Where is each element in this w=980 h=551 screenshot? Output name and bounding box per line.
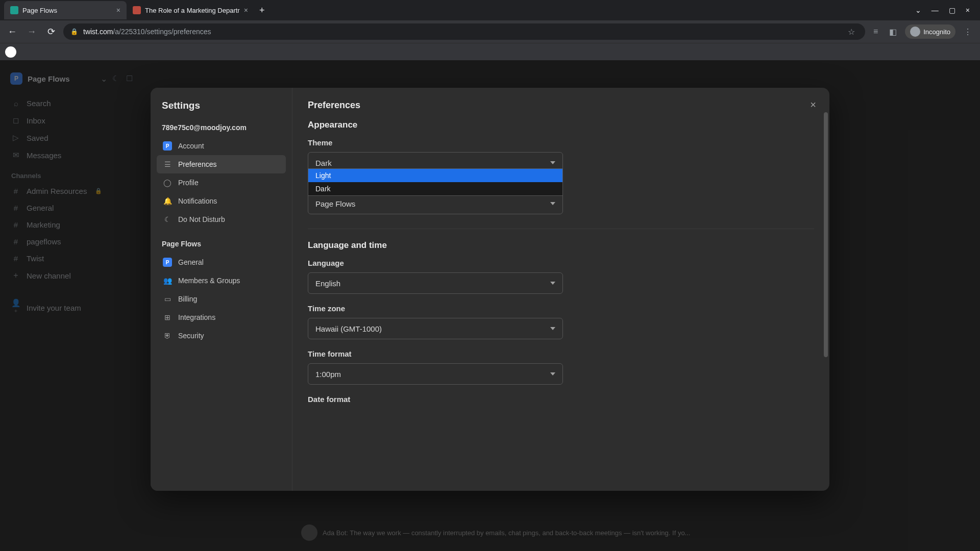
settings-title: Settings (157, 100, 286, 120)
appearance-heading: Appearance (308, 120, 814, 130)
settings-nav-integrations[interactable]: ⊞ Integrations (157, 308, 286, 327)
team-avatar-small: P (163, 258, 172, 267)
tab-bar: Page Flows × The Role of a Marketing Dep… (0, 0, 980, 20)
settings-nav-account[interactable]: P Account (157, 137, 286, 155)
bookmark-star-icon[interactable]: ☆ (845, 27, 858, 37)
incognito-badge[interactable]: Incognito (905, 24, 955, 39)
timeformat-label: Time format (308, 349, 814, 358)
incognito-icon (910, 27, 920, 37)
lock-icon: 🔒 (70, 28, 78, 35)
bot-avatar (301, 524, 317, 541)
preferences-title: Preferences (308, 100, 814, 111)
dateformat-label: Date format (308, 395, 814, 404)
settings-nav-general[interactable]: P General (157, 253, 286, 271)
settings-nav-security[interactable]: ⛨ Security (157, 327, 286, 345)
timeformat-select[interactable]: 1:00pm (308, 363, 563, 385)
maximize-icon[interactable]: ▢ (949, 6, 955, 14)
settings-team-label: Page Flows (157, 229, 286, 253)
app-viewport: P Page Flows ⌄ ☾ ☐ ⌕Search ◻Inbox ▷Saved… (0, 60, 980, 551)
tab-title: Page Flows (22, 7, 112, 14)
tab-close-icon[interactable]: × (244, 6, 248, 14)
close-window-icon[interactable]: × (966, 6, 970, 14)
kebab-menu-icon[interactable]: ⋮ (961, 27, 975, 37)
settings-email: 789e75c0@moodjoy.com (157, 120, 286, 137)
language-label: Language (308, 259, 814, 267)
settings-nav-profile[interactable]: ◯ Profile (157, 173, 286, 192)
theme-option-dark[interactable]: Dark (308, 182, 562, 195)
settings-nav-notifications[interactable]: 🔔 Notifications (157, 192, 286, 210)
settings-nav-billing[interactable]: ▭ Billing (157, 290, 286, 308)
language-select[interactable]: English (308, 272, 563, 294)
moon-icon: ☾ (163, 215, 172, 224)
settings-nav-members[interactable]: 👥 Members & Groups (157, 271, 286, 290)
window-controls: ⌄ — ▢ × (915, 6, 976, 14)
forward-button[interactable]: → (24, 27, 39, 37)
url-text: twist.com/a/225310/settings/preferences (83, 28, 840, 36)
bookmarks-bar (0, 43, 980, 60)
bookmark-google[interactable] (5, 46, 16, 58)
grid-icon: ⊞ (163, 313, 172, 322)
account-avatar: P (163, 141, 172, 151)
bell-icon: 🔔 (163, 196, 172, 206)
side-panel-icon[interactable]: ◧ (886, 27, 900, 37)
tab-title: The Role of a Marketing Departr (145, 7, 240, 14)
card-icon: ▭ (163, 294, 172, 304)
settings-modal: Settings 789e75c0@moodjoy.com P Account … (151, 88, 829, 491)
shield-icon: ⛨ (163, 331, 172, 340)
browser-chrome: Page Flows × The Role of a Marketing Dep… (0, 0, 980, 60)
url-bar: ← → ⟳ 🔒 twist.com/a/225310/settings/pref… (0, 20, 980, 43)
reload-button[interactable]: ⟳ (44, 26, 58, 37)
default-team-select[interactable]: Page Flows (308, 193, 563, 214)
people-icon: 👥 (163, 276, 172, 285)
browser-tab-1[interactable]: Page Flows × (4, 1, 127, 19)
language-time-heading: Language and time (308, 240, 814, 251)
close-modal-button[interactable]: × (810, 99, 816, 111)
settings-nav-preferences[interactable]: ☰ Preferences (157, 155, 286, 173)
scrollbar[interactable] (824, 112, 828, 480)
background-message: Ada Bot: The way we work — constantly in… (301, 524, 690, 541)
theme-label: Theme (308, 138, 814, 147)
favicon (10, 6, 18, 14)
new-tab-button[interactable]: + (254, 5, 270, 16)
reading-list-icon[interactable]: ≡ (870, 27, 881, 36)
favicon (133, 6, 141, 14)
person-icon: ◯ (163, 178, 172, 187)
sliders-icon: ☰ (163, 160, 172, 169)
address-bar[interactable]: 🔒 twist.com/a/225310/settings/preference… (63, 23, 865, 40)
settings-nav-dnd[interactable]: ☾ Do Not Disturb (157, 210, 286, 229)
browser-tab-2[interactable]: The Role of a Marketing Departr × (127, 1, 254, 19)
scrollbar-thumb[interactable] (824, 112, 828, 357)
timezone-select[interactable]: Hawaii (GMT-1000) (308, 318, 563, 339)
chevron-down-icon[interactable]: ⌄ (915, 6, 921, 14)
theme-option-light[interactable]: Light (308, 169, 562, 182)
theme-dropdown-menu: Light Dark (308, 168, 563, 196)
back-button[interactable]: ← (5, 27, 19, 37)
settings-content: × Preferences Appearance Theme Dark Ligh… (292, 88, 829, 491)
divider (308, 229, 814, 229)
settings-sidebar: Settings 789e75c0@moodjoy.com P Account … (151, 88, 292, 491)
timezone-label: Time zone (308, 304, 814, 313)
minimize-icon[interactable]: — (932, 6, 939, 14)
tab-close-icon[interactable]: × (116, 6, 120, 14)
